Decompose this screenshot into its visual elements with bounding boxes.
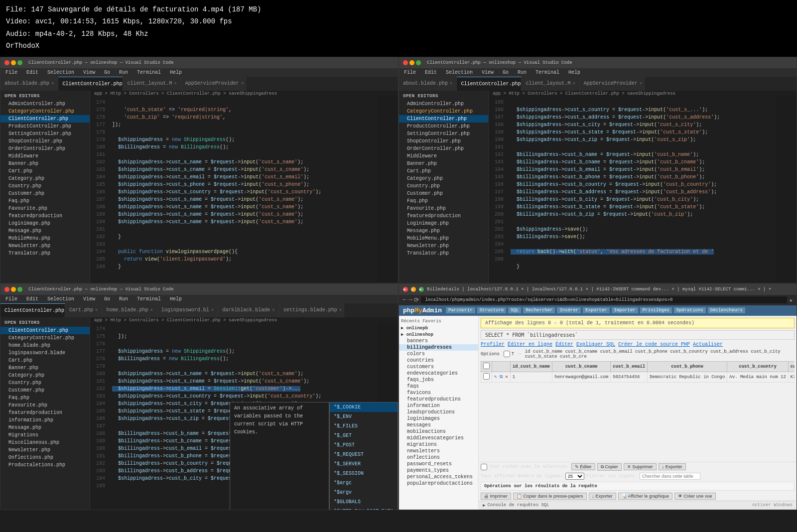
edit-btn[interactable]: ✎ (494, 375, 497, 380)
tab-login-bl[interactable]: loginpassword.bl× (157, 303, 218, 317)
pma-action-profiler[interactable]: Profiler (481, 342, 505, 347)
pma-tbl-customers[interactable]: customers (399, 364, 478, 370)
pma-tbl-favicons[interactable]: favicons (399, 390, 478, 396)
pma-tbl-messages[interactable]: messages (399, 422, 478, 428)
pma-tbl-login[interactable]: loginimages (399, 415, 478, 422)
bookmark-icon[interactable]: ★ (789, 297, 793, 303)
pma-tab-importer[interactable]: Importer (612, 307, 638, 313)
pma-action-explain[interactable]: Expliquer SQL (576, 342, 615, 347)
sidebar-msg-bl[interactable]: Message.php (0, 424, 90, 431)
pma-tbl-banners[interactable]: banners (399, 338, 478, 344)
pma-action-refresh[interactable]: Actualiser (693, 342, 723, 347)
sidebar-shop-tr[interactable]: ShopController.php (399, 137, 488, 145)
pma-tbl-endev[interactable]: endevescategories (399, 370, 478, 377)
sidebar-fav-bl[interactable]: Favourite.php (0, 401, 90, 409)
menu-help-bl[interactable]: Help (168, 296, 184, 302)
row-checkbox[interactable] (483, 373, 490, 380)
tab-client-bl[interactable]: ClientController.php× (0, 303, 65, 317)
close-btn-bl[interactable] (4, 287, 9, 292)
max-btn-tl[interactable] (17, 60, 22, 65)
pma-tbl-payments[interactable]: payments_types (399, 467, 478, 474)
sidebar-mobile-tr[interactable]: MobileMenu.php (399, 235, 488, 242)
pma-checkbox-t[interactable] (504, 351, 510, 357)
autocomplete-item-globals[interactable]: *$GLOBALS (330, 497, 398, 507)
sidebar-cart-tl[interactable]: Cart.php (0, 167, 90, 175)
pma-tbl-featured[interactable]: featuredproductins (399, 396, 478, 402)
browser-close[interactable]: ● (403, 287, 408, 292)
sidebar-product-tl[interactable]: ProductController.php (0, 123, 90, 130)
btn-vue[interactable]: 👁 Créer une vue (674, 493, 716, 500)
pma-tab-structure[interactable]: Structure (477, 307, 507, 313)
col-header-phone[interactable]: cust_b_phone (648, 361, 727, 372)
btn-imprimer[interactable]: 🖨 Imprimer (481, 493, 511, 500)
pma-action-php[interactable]: Créer le code source PHP (618, 342, 690, 347)
pma-action-edit-inline[interactable]: Éditer en ligne (508, 342, 552, 347)
min-btn-tl[interactable] (11, 60, 16, 65)
pma-tbl-mobile[interactable]: mobileactions (399, 428, 478, 435)
tab-settings-bl[interactable]: settings.blade.php× (279, 303, 344, 317)
sidebar-login-tl[interactable]: Loginimage.php (0, 220, 90, 227)
pma-tab-exporter[interactable]: Exporter (583, 307, 609, 313)
sidebar-misc-bl[interactable]: Miscellaneous.php (0, 439, 90, 446)
menu-selection-tl[interactable]: Selection (45, 69, 76, 76)
sidebar-faq-tr[interactable]: Faq.php (399, 197, 488, 205)
autocomplete-item-cookie[interactable]: *$_COOKIE (330, 402, 398, 412)
tab-client-tl[interactable]: ClientController.php× (58, 77, 123, 91)
pma-tab-rechercher[interactable]: Rechercher (523, 307, 555, 313)
btn-copy-sel[interactable]: ⧉ Copier (597, 463, 622, 471)
browser-max[interactable]: ● (419, 287, 424, 292)
pma-tbl-info[interactable]: information (399, 402, 478, 409)
sidebar-cat2-bl[interactable]: Category.php (0, 372, 90, 379)
sidebar-setting-tr[interactable]: SettingController.php (399, 130, 488, 137)
sidebar-fav-tr[interactable]: Favourite.php (399, 205, 488, 212)
menu-file-tl[interactable]: File (3, 69, 19, 76)
sidebar-featured-tl[interactable]: featuredproduction (0, 212, 90, 220)
menu-help-tl[interactable]: Help (168, 69, 184, 76)
menu-run-tl[interactable]: Run (117, 69, 130, 76)
menu-go-tl[interactable]: Go (102, 69, 112, 76)
sidebar-customer-tr[interactable]: Customer.php (399, 190, 488, 197)
menu-terminal-bl[interactable]: Terminal (135, 296, 163, 302)
pma-db-onlineshop[interactable]: ▶ onlinepb (399, 325, 478, 331)
sidebar-fav-tl[interactable]: Favourite.php (0, 205, 90, 212)
col-header-address[interactable]: cust_b_address (788, 361, 795, 372)
menu-edit-tl[interactable]: Edit (24, 69, 40, 76)
pma-tbl-colors[interactable]: colors (399, 351, 478, 357)
back-icon[interactable]: ← (403, 296, 406, 303)
menu-go-tr[interactable]: Go (501, 69, 511, 76)
menu-run-bl[interactable]: Run (117, 296, 130, 302)
pma-tbl-personal[interactable]: personal_access_tokens (399, 474, 478, 480)
pma-tbl-billing[interactable]: billingadresses (399, 344, 478, 351)
sidebar-newsletter-tl[interactable]: Newsletter.php (0, 242, 90, 250)
sidebar-category-bl[interactable]: CategoryController.php (0, 334, 90, 342)
pma-tbl-middlev[interactable]: middlevescategories (399, 435, 478, 441)
pma-filter-input[interactable] (640, 473, 700, 480)
sidebar-newsletter-bl[interactable]: Newsletter.php (0, 446, 90, 454)
pma-tbl-popular[interactable]: populareproductactions (399, 480, 478, 487)
sidebar-client-tr[interactable]: ClientController.php (399, 115, 488, 123)
max-btn-tr[interactable] (416, 60, 421, 65)
pma-tab-sql[interactable]: SQL (508, 307, 521, 313)
pma-tbl-leads[interactable]: leadsproductions (399, 409, 478, 415)
menu-run-tr[interactable]: Run (516, 69, 529, 76)
menu-file-tr[interactable]: File (402, 69, 418, 76)
sidebar-order-tr[interactable]: OrderController.php (399, 145, 488, 152)
pma-tab-declencheurs[interactable]: Déclencheurs (708, 307, 745, 313)
btn-delete-sel[interactable]: ✕ Supprimer (624, 463, 657, 470)
select-all-bottom[interactable] (481, 464, 487, 470)
sidebar-featured-tr[interactable]: featuredproduction (399, 212, 488, 220)
pma-tab-inserer[interactable]: Insérer (557, 307, 581, 313)
tab-layout-tl[interactable]: client_layout.M× (123, 77, 181, 91)
sidebar-shop-tl[interactable]: ShopController.php (0, 137, 90, 145)
tab-about-tl[interactable]: about.blade.php× (0, 77, 58, 91)
pma-action-edit[interactable]: Éditer (555, 342, 573, 347)
sidebar-country-tr[interactable]: Country.php (399, 182, 488, 190)
sidebar-banner-bl[interactable]: Banner.php (0, 364, 90, 372)
autocomplete-item-post[interactable]: *$_POST (330, 440, 398, 450)
menu-go-bl[interactable]: Go (102, 296, 112, 302)
pma-tbl-countries[interactable]: countries (399, 357, 478, 364)
sidebar-msg-tr[interactable]: Message.php (399, 227, 488, 235)
menu-view-tl[interactable]: View (81, 69, 97, 76)
col-header-id[interactable]: id_cust_b_name (510, 361, 552, 372)
autocomplete-item-http[interactable]: *$HTTP_RAW_POST_DATA (330, 507, 398, 510)
